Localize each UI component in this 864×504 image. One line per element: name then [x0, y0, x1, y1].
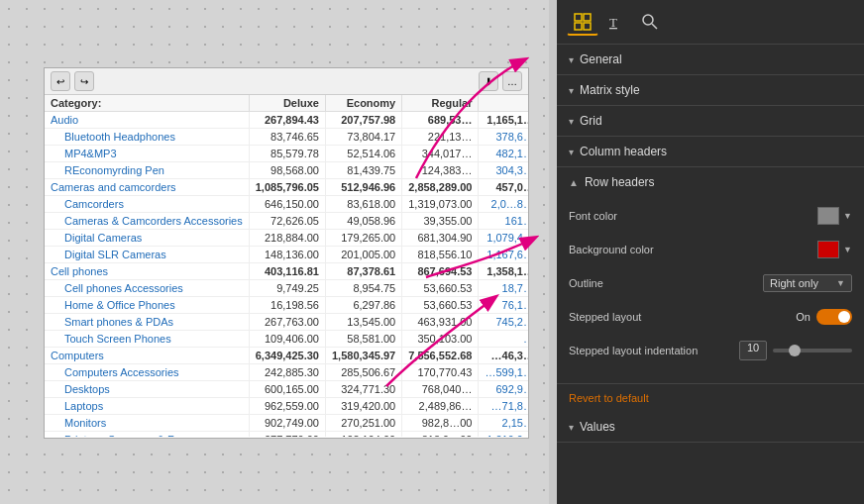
toolbar-back-btn[interactable]: ↩ — [51, 71, 70, 91]
stepped-layout-control[interactable]: On — [796, 309, 852, 325]
background-color-control[interactable]: ▼ — [817, 241, 852, 258]
chevron-column-headers: ▾ — [569, 147, 574, 157]
table-row: Laptops962,559.00319,420.002,489,86……71,… — [45, 398, 528, 415]
deluxe-cell: 267,894.43 — [249, 112, 325, 129]
economy-cell: 83,618.00 — [325, 196, 401, 213]
economy-cell: 201,005.00 — [325, 247, 401, 263]
section-row-headers: ▲ Row headers Font color ▼ Background co… — [557, 167, 864, 384]
stepped-indentation-value[interactable]: 10 — [739, 341, 767, 360]
deluxe-cell: 902,749.00 — [249, 415, 325, 432]
data-table: Category: Deluxe Economy Regular Audio26… — [45, 95, 528, 437]
table-row: Cameras & Camcorders Accessories72,626.0… — [45, 213, 528, 230]
panel-content: ▾ General ▾ Matrix style ▾ Grid ▾ Column… — [557, 45, 864, 504]
economy-cell: 58,581.00 — [325, 331, 401, 348]
stepped-indentation-track[interactable] — [773, 349, 852, 353]
stepped-layout-label: Stepped layout — [569, 311, 641, 323]
chevron-row-headers: ▲ — [569, 177, 579, 188]
toolbar-more-btn[interactable]: … — [502, 71, 522, 91]
section-grid-label: Grid — [580, 114, 602, 128]
font-color-control[interactable]: ▼ — [817, 207, 852, 225]
background-color-label: Background color — [569, 244, 654, 255]
col-header-col4 — [479, 95, 528, 112]
col4-cell: 457,0… — [479, 179, 528, 196]
stepped-indentation-thumb[interactable] — [789, 345, 801, 356]
chevron-values: ▾ — [569, 422, 574, 433]
panel-format-btn[interactable]: T — [600, 8, 632, 36]
font-color-row: Font color ▼ — [569, 203, 852, 229]
col4-cell: 2,15… — [479, 415, 528, 432]
chevron-general: ▾ — [569, 54, 574, 65]
section-values-header[interactable]: ▾ Values — [557, 412, 864, 442]
category-cell: Touch Screen Phones — [45, 331, 249, 348]
table-row: Smart phones & PDAs267,763.0013,545.0046… — [45, 314, 528, 331]
table-toolbar: ↩ ↪ ⬇ … — [45, 68, 528, 95]
background-color-dropdown-arrow[interactable]: ▼ — [843, 245, 852, 254]
col4-cell: … — [479, 331, 528, 348]
deluxe-cell: 242,885.30 — [249, 364, 325, 381]
toolbar-down-btn[interactable]: ⬇ — [479, 71, 498, 91]
economy-cell: 81,439.75 — [325, 162, 401, 179]
section-general: ▾ General — [557, 45, 864, 75]
section-row-headers-body: Font color ▼ Background color ▼ — [557, 197, 864, 383]
col4-cell: 1,165,1… — [479, 112, 528, 129]
regular-cell: 350,103.00 — [402, 331, 479, 348]
outline-dropdown[interactable]: Right only ▼ — [763, 274, 852, 292]
col4-cell: …599,1… — [479, 364, 528, 381]
col4-cell: 378,6… — [479, 129, 528, 146]
table-row: Camcorders646,150.0083,618.001,319,073.0… — [45, 196, 528, 213]
section-general-label: General — [580, 52, 622, 66]
revert-link[interactable]: Revert to default — [557, 384, 864, 412]
regular-cell: 344,017… — [402, 146, 479, 162]
economy-cell: 319,420.00 — [325, 398, 401, 415]
table-row: Home & Office Phones16,198.566,297.8653,… — [45, 297, 528, 314]
font-color-swatch[interactable] — [817, 207, 839, 225]
deluxe-cell: 6,349,425.30 — [249, 348, 325, 364]
section-row-headers-header[interactable]: ▲ Row headers — [557, 167, 864, 197]
section-values: ▾ Values — [557, 412, 864, 443]
category-cell: Printers, Scanners & Fax — [45, 432, 249, 438]
section-matrix-style-header[interactable]: ▾ Matrix style — [557, 75, 864, 105]
table-row: Digital SLR Cameras148,136.00201,005.008… — [45, 247, 528, 263]
col4-cell: 692,9… — [479, 381, 528, 398]
category-cell: Cell phones — [45, 263, 249, 280]
section-matrix-style: ▾ Matrix style — [557, 75, 864, 106]
category-cell: MP4&MP3 — [45, 146, 249, 162]
economy-cell: 73,804.17 — [325, 129, 401, 146]
stepped-layout-row: Stepped layout On — [569, 304, 852, 330]
category-cell: Cell phones Accessories — [45, 280, 249, 297]
table-row: Digital Cameras218,884.00179,265.00681,3… — [45, 230, 528, 247]
stepped-layout-toggle[interactable] — [816, 309, 852, 325]
panel-grid-btn[interactable] — [567, 8, 598, 36]
col4-cell: …71,8… — [479, 398, 528, 415]
economy-cell: 6,297.86 — [325, 297, 401, 314]
regular-cell: 170,770.43 — [402, 364, 479, 381]
table-row: Touch Screen Phones109,406.0058,581.0035… — [45, 331, 528, 348]
category-cell: REconomyrding Pen — [45, 162, 249, 179]
regular-cell: 39,355.00 — [402, 213, 479, 230]
section-grid-header[interactable]: ▾ Grid — [557, 106, 864, 136]
stepped-indentation-control[interactable]: 10 — [739, 341, 852, 360]
background-color-swatch[interactable] — [817, 241, 839, 258]
stepped-indentation-label: Stepped layout indentation — [569, 345, 698, 356]
outline-dropdown-arrow: ▼ — [836, 278, 845, 288]
col-header-category: Category: — [45, 95, 249, 112]
col4-cell: 1,358,1… — [479, 263, 528, 280]
col4-cell: 1,079,4… — [479, 230, 528, 247]
toolbar-fwd-btn[interactable]: ↪ — [74, 71, 94, 91]
regular-cell: 867,694.53 — [402, 263, 479, 280]
deluxe-cell: 16,198.56 — [249, 297, 325, 314]
economy-cell: 512,946.96 — [325, 179, 401, 196]
section-column-headers-header[interactable]: ▾ Column headers — [557, 137, 864, 166]
category-cell: Desktops — [45, 381, 249, 398]
font-color-dropdown-arrow[interactable]: ▼ — [843, 211, 852, 221]
section-general-header[interactable]: ▾ General — [557, 45, 864, 74]
panel-search-btn[interactable] — [634, 8, 666, 36]
economy-cell: 49,058.96 — [325, 213, 401, 230]
deluxe-cell: 148,136.00 — [249, 247, 325, 263]
svg-rect-2 — [575, 23, 582, 30]
deluxe-cell: 646,150.00 — [249, 196, 325, 213]
table-row: Bluetooth Headphones83,746.6573,804.1722… — [45, 129, 528, 146]
table-row: Printers, Scanners & Fax277,770.00123,19… — [45, 432, 528, 438]
table-container: ↩ ↪ ⬇ … Category: Deluxe Economy Regular… — [44, 67, 529, 439]
regular-cell: 2,489,86… — [402, 398, 479, 415]
